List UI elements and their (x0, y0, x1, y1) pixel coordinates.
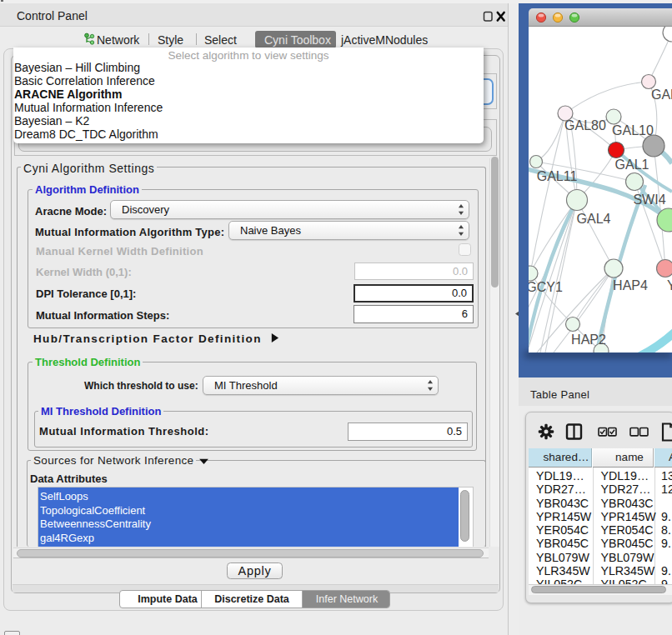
svg-text:GAL4: GAL4 (577, 212, 611, 226)
svg-text:GAL80: GAL80 (564, 118, 606, 132)
svg-text:HAP2: HAP2 (571, 332, 606, 347)
svg-text:HAP4: HAP4 (613, 278, 648, 292)
svg-text:Y: Y (667, 278, 672, 292)
svg-text:SWI4: SWI4 (633, 192, 665, 207)
svg-text:GCY1: GCY1 (529, 280, 563, 294)
svg-text:GAL10: GAL10 (612, 123, 654, 138)
svg-text:GAL11: GAL11 (537, 169, 578, 183)
svg-text:GAL: GAL (651, 88, 672, 102)
svg-text:GAL1: GAL1 (615, 158, 649, 172)
